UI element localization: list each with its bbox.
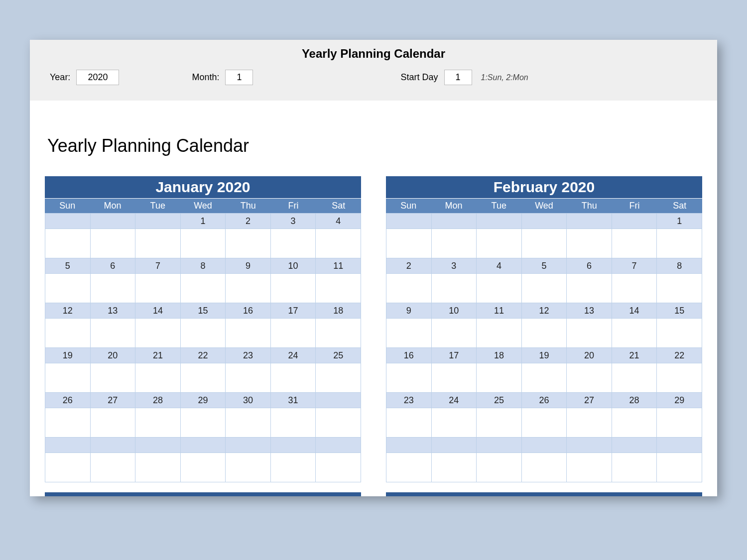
calendar-day-note[interactable] bbox=[180, 453, 226, 482]
calendar-day-note[interactable] bbox=[612, 408, 657, 438]
calendar-day-note[interactable] bbox=[226, 408, 271, 438]
calendar-day-number[interactable]: 10 bbox=[270, 258, 316, 274]
calendar-day-note[interactable] bbox=[316, 363, 361, 393]
calendar-day-number[interactable] bbox=[477, 214, 522, 229]
calendar-day-note[interactable] bbox=[521, 229, 567, 258]
calendar-day-note[interactable] bbox=[45, 453, 91, 482]
calendar-day-number[interactable]: 18 bbox=[477, 348, 522, 363]
calendar-day-number[interactable]: 16 bbox=[226, 303, 271, 319]
calendar-day-note[interactable] bbox=[612, 363, 657, 393]
calendar-day-note[interactable] bbox=[226, 229, 271, 258]
calendar-day-number[interactable]: 20 bbox=[90, 348, 135, 363]
month-input[interactable]: 1 bbox=[225, 70, 253, 85]
calendar-day-note[interactable] bbox=[226, 319, 271, 348]
calendar-day-number[interactable]: 7 bbox=[612, 258, 657, 274]
calendar-day-number[interactable]: 11 bbox=[477, 303, 522, 319]
calendar-day-number[interactable]: 22 bbox=[657, 348, 702, 363]
calendar-day-note[interactable] bbox=[657, 363, 702, 393]
calendar-day-note[interactable] bbox=[431, 319, 477, 348]
calendar-day-number[interactable]: 30 bbox=[226, 393, 271, 408]
calendar-day-note[interactable] bbox=[270, 319, 316, 348]
calendar-day-note[interactable] bbox=[477, 319, 522, 348]
calendar-day-number[interactable] bbox=[521, 214, 567, 229]
calendar-day-number[interactable]: 21 bbox=[612, 348, 657, 363]
calendar-day-number[interactable]: 24 bbox=[270, 348, 316, 363]
calendar-day-number[interactable] bbox=[135, 214, 181, 229]
calendar-day-number[interactable]: 26 bbox=[521, 393, 567, 408]
calendar-day-note[interactable] bbox=[431, 408, 477, 438]
calendar-day-number[interactable]: 19 bbox=[521, 348, 567, 363]
calendar-day-note[interactable] bbox=[45, 319, 91, 348]
calendar-day-number[interactable]: 10 bbox=[431, 303, 477, 319]
calendar-day-number[interactable] bbox=[45, 214, 91, 229]
calendar-day-note[interactable] bbox=[431, 229, 477, 258]
calendar-day-number[interactable]: 26 bbox=[45, 393, 91, 408]
calendar-day-number[interactable]: 25 bbox=[316, 348, 361, 363]
calendar-day-note[interactable] bbox=[657, 274, 702, 303]
calendar-day-note[interactable] bbox=[316, 453, 361, 482]
calendar-day-note[interactable] bbox=[521, 408, 567, 438]
calendar-day-number[interactable]: 4 bbox=[316, 214, 361, 229]
calendar-day-note[interactable] bbox=[270, 229, 316, 258]
calendar-day-note[interactable] bbox=[386, 408, 432, 438]
calendar-day-number[interactable] bbox=[386, 438, 432, 453]
calendar-day-number[interactable] bbox=[316, 438, 361, 453]
calendar-day-number[interactable]: 22 bbox=[180, 348, 226, 363]
calendar-day-number[interactable]: 3 bbox=[270, 214, 316, 229]
calendar-day-number[interactable]: 24 bbox=[431, 393, 477, 408]
calendar-day-note[interactable] bbox=[316, 408, 361, 438]
calendar-day-note[interactable] bbox=[477, 274, 522, 303]
calendar-day-note[interactable] bbox=[45, 408, 91, 438]
calendar-day-note[interactable] bbox=[90, 363, 135, 393]
calendar-day-note[interactable] bbox=[270, 408, 316, 438]
calendar-day-note[interactable] bbox=[270, 453, 316, 482]
calendar-day-number[interactable]: 18 bbox=[316, 303, 361, 319]
calendar-day-note[interactable] bbox=[521, 453, 567, 482]
calendar-day-note[interactable] bbox=[270, 363, 316, 393]
calendar-day-number[interactable]: 29 bbox=[180, 393, 226, 408]
calendar-day-note[interactable] bbox=[521, 274, 567, 303]
calendar-day-number[interactable]: 4 bbox=[477, 258, 522, 274]
startday-input[interactable]: 1 bbox=[444, 70, 472, 85]
calendar-day-note[interactable] bbox=[612, 229, 657, 258]
calendar-day-note[interactable] bbox=[521, 363, 567, 393]
calendar-day-number[interactable]: 21 bbox=[135, 348, 181, 363]
calendar-day-note[interactable] bbox=[180, 319, 226, 348]
calendar-day-number[interactable]: 16 bbox=[386, 348, 432, 363]
calendar-day-number[interactable]: 23 bbox=[226, 348, 271, 363]
calendar-day-number[interactable]: 25 bbox=[477, 393, 522, 408]
calendar-day-note[interactable] bbox=[657, 408, 702, 438]
calendar-day-note[interactable] bbox=[521, 319, 567, 348]
calendar-day-number[interactable]: 5 bbox=[521, 258, 567, 274]
calendar-day-number[interactable]: 13 bbox=[90, 303, 135, 319]
calendar-day-number[interactable]: 31 bbox=[270, 393, 316, 408]
calendar-day-note[interactable] bbox=[45, 274, 91, 303]
calendar-day-number[interactable]: 17 bbox=[270, 303, 316, 319]
calendar-day-note[interactable] bbox=[477, 453, 522, 482]
calendar-day-note[interactable] bbox=[270, 274, 316, 303]
calendar-day-note[interactable] bbox=[567, 363, 612, 393]
calendar-day-number[interactable]: 15 bbox=[657, 303, 702, 319]
calendar-day-number[interactable] bbox=[316, 393, 361, 408]
calendar-day-note[interactable] bbox=[386, 453, 432, 482]
calendar-day-number[interactable] bbox=[567, 214, 612, 229]
calendar-day-note[interactable] bbox=[567, 319, 612, 348]
calendar-day-number[interactable] bbox=[90, 438, 135, 453]
calendar-day-note[interactable] bbox=[45, 363, 91, 393]
calendar-day-note[interactable] bbox=[316, 319, 361, 348]
calendar-day-number[interactable]: 7 bbox=[135, 258, 181, 274]
calendar-day-number[interactable]: 9 bbox=[386, 303, 432, 319]
calendar-day-number[interactable]: 29 bbox=[657, 393, 702, 408]
calendar-day-number[interactable]: 12 bbox=[45, 303, 91, 319]
calendar-day-note[interactable] bbox=[612, 453, 657, 482]
calendar-day-number[interactable]: 27 bbox=[90, 393, 135, 408]
calendar-day-note[interactable] bbox=[135, 274, 181, 303]
calendar-day-note[interactable] bbox=[226, 274, 271, 303]
calendar-day-number[interactable]: 23 bbox=[386, 393, 432, 408]
calendar-day-number[interactable] bbox=[180, 438, 226, 453]
calendar-day-number[interactable]: 2 bbox=[386, 258, 432, 274]
calendar-day-number[interactable]: 14 bbox=[612, 303, 657, 319]
calendar-day-number[interactable] bbox=[567, 438, 612, 453]
calendar-day-note[interactable] bbox=[612, 319, 657, 348]
calendar-day-note[interactable] bbox=[567, 229, 612, 258]
